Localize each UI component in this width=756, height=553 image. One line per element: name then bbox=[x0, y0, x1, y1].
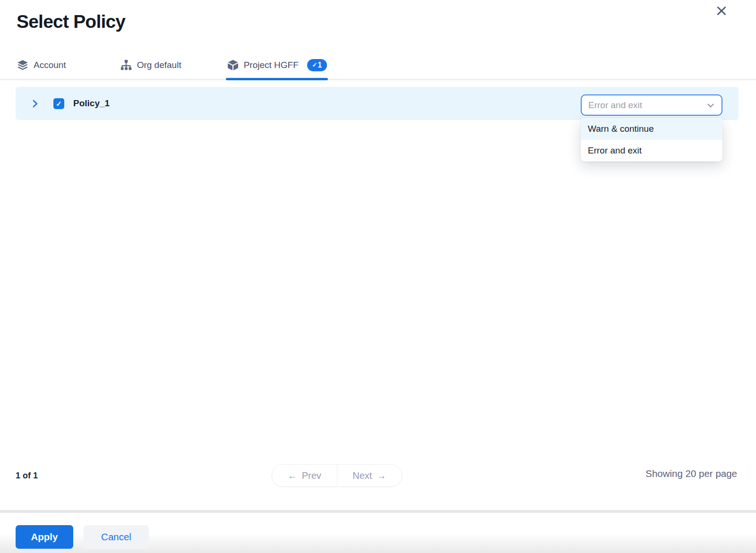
close-button[interactable] bbox=[713, 3, 730, 19]
tab-org-default[interactable]: Org default bbox=[120, 51, 181, 79]
next-page-button[interactable]: Next → bbox=[337, 465, 402, 486]
tab-account[interactable]: Account bbox=[17, 51, 66, 79]
page-title: Select Policy bbox=[17, 11, 125, 32]
policy-checkbox[interactable]: ✓ bbox=[53, 98, 64, 109]
page-info: 1 of 1 bbox=[16, 471, 38, 481]
org-chart-icon bbox=[120, 59, 132, 71]
badge-count: 1 bbox=[318, 61, 322, 69]
check-icon: ✓ bbox=[56, 100, 62, 107]
arrow-right-icon: → bbox=[377, 470, 386, 481]
tab-label: Account bbox=[34, 60, 66, 70]
tabs-bar: Account Org default bbox=[0, 51, 756, 80]
menu-option-error-exit[interactable]: Error and exit bbox=[581, 140, 722, 162]
policy-row: ✓ Policy_1 Error and exit bbox=[16, 87, 739, 120]
menu-option-warn-continue[interactable]: Warn & continue bbox=[581, 118, 722, 140]
cancel-button[interactable]: Cancel bbox=[84, 525, 149, 549]
chevron-right-icon bbox=[30, 99, 40, 109]
per-page-info: Showing 20 per page bbox=[645, 468, 737, 479]
layers-icon bbox=[17, 59, 29, 71]
selected-count-badge: ✓ 1 bbox=[307, 59, 327, 71]
prev-label: Prev bbox=[302, 470, 321, 481]
chevron-down-icon bbox=[705, 100, 716, 111]
select-policy-dialog: Select Policy Account bbox=[0, 0, 756, 553]
arrow-left-icon: ← bbox=[288, 470, 297, 481]
tab-label: Org default bbox=[137, 60, 181, 70]
cube-icon bbox=[227, 59, 239, 71]
select-value: Error and exit bbox=[588, 100, 642, 111]
tab-label: Project HGFF bbox=[244, 60, 299, 70]
footer-divider bbox=[0, 510, 756, 513]
apply-button[interactable]: Apply bbox=[16, 525, 73, 549]
tab-project-hgff[interactable]: Project HGFF ✓ 1 bbox=[227, 51, 327, 79]
policy-name: Policy_1 bbox=[73, 98, 110, 109]
select-dropdown-menu: Warn & continue Error and exit bbox=[581, 118, 722, 162]
policy-action-select[interactable]: Error and exit bbox=[581, 94, 722, 116]
expand-row-button[interactable] bbox=[29, 98, 40, 109]
pager: ← Prev Next → bbox=[272, 464, 402, 487]
prev-page-button[interactable]: ← Prev bbox=[272, 465, 337, 486]
check-icon: ✓ bbox=[312, 61, 317, 68]
close-icon bbox=[715, 5, 728, 17]
next-label: Next bbox=[352, 470, 372, 481]
